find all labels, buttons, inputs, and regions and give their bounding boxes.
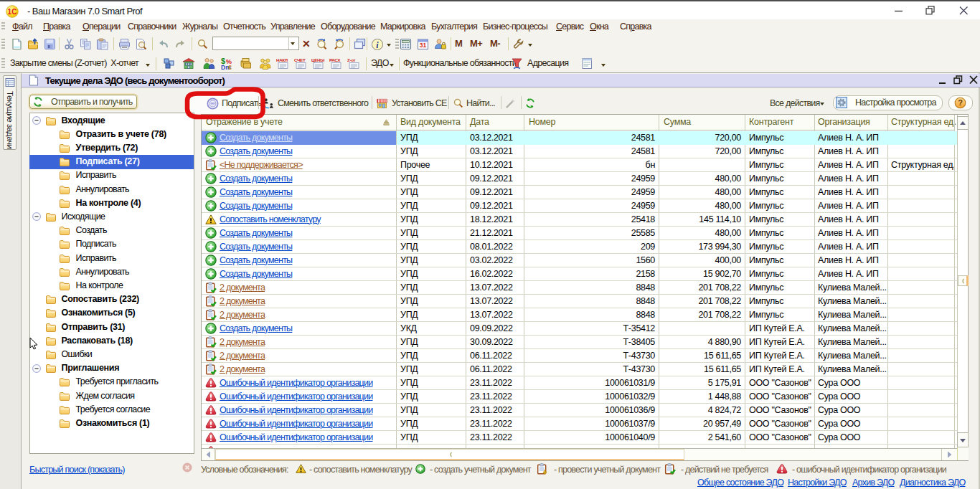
svg-text:Z-от: Z-от <box>347 57 356 62</box>
svg-text:1С: 1С <box>8 8 17 16</box>
svg-text:€: € <box>228 64 232 70</box>
svg-text:РАСХ: РАСХ <box>329 57 341 62</box>
svg-text:ЦЕНЫ: ЦЕНЫ <box>311 57 324 62</box>
svg-text:31: 31 <box>420 42 427 49</box>
svg-text:СЧЕТ: СЧЕТ <box>294 57 306 62</box>
svg-text:НАКЛ: НАКЛ <box>276 57 288 62</box>
